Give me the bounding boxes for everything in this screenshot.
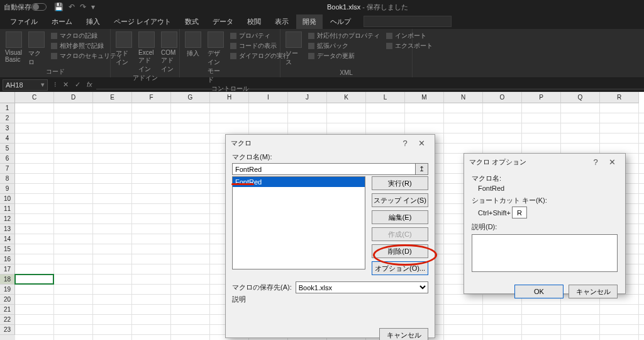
tab-help[interactable]: ヘルプ [324,14,357,29]
tab-home[interactable]: ホーム [45,14,79,29]
row-header[interactable]: 9 [0,184,15,194]
row-header[interactable]: 7 [0,164,15,174]
macro-dialog-titlebar[interactable]: マクロ ? ✕ [226,135,435,151]
com-addin-button[interactable]: COM アドイン [161,31,177,74]
row-header[interactable]: 21 [0,305,15,315]
macro-delete-button[interactable]: 削除(D) [372,244,428,258]
fbar-confirm-icon[interactable]: ✓ [75,81,80,89]
column-header[interactable]: H [210,92,249,103]
tab-view[interactable]: 表示 [269,14,295,29]
row-header[interactable]: 22 [0,315,15,325]
options-dialog-titlebar[interactable]: マクロ オプション ? ✕ [464,154,625,170]
row-header[interactable]: 11 [0,204,15,214]
xml-expansion-button[interactable]: 拡張パック [308,42,380,50]
column-header[interactable]: N [444,92,483,103]
macro-run-button[interactable]: 実行(R) [372,176,428,190]
macro-list-item[interactable]: FontRed [233,177,365,187]
qat-dropdown-icon[interactable]: ▾ [91,3,95,11]
column-header[interactable]: J [288,92,327,103]
row-header[interactable]: 17 [0,264,15,275]
com-addin-icon [161,31,177,48]
insert-control-button[interactable]: 挿入 [185,31,201,58]
tellme-search[interactable] [364,16,452,27]
row-header[interactable]: 3 [0,123,15,133]
visual-basic-button[interactable]: Visual Basic [5,31,22,63]
options-cancel-button[interactable]: キャンセル [569,285,618,298]
macro-step-button[interactable]: ステップ イン(S) [372,193,428,207]
macro-dialog-help-icon[interactable]: ? [397,139,413,148]
macro-store-select[interactable]: Book1.xlsx [296,281,428,293]
row-header[interactable]: 20 [0,295,15,305]
name-box[interactable]: AH18▾ [3,79,48,91]
row-header[interactable]: 4 [0,133,15,144]
column-header[interactable]: P [522,92,561,103]
macros-button[interactable]: マクロ [28,31,45,67]
macro-name-ref-button[interactable]: ↥ [416,163,428,175]
macro-dialog-close-icon[interactable]: ✕ [413,139,430,148]
macro-cancel-button[interactable]: キャンセル [379,328,428,340]
macro-listbox[interactable]: FontRed [232,176,365,269]
row-header[interactable]: 12 [0,214,15,224]
redo-icon[interactable]: ↷ [80,3,86,11]
row-header[interactable]: 23 [0,325,15,335]
undo-icon[interactable]: ↶ [69,3,75,11]
column-header[interactable]: R [600,92,639,103]
tab-developer[interactable]: 開発 [296,14,323,29]
options-dialog-close-icon[interactable]: ✕ [604,157,620,167]
macro-options-button[interactable]: オプション(O)... [372,261,428,275]
row-header[interactable]: 8 [0,174,15,184]
row-header[interactable]: 18 [0,275,15,285]
tab-formulas[interactable]: 数式 [179,14,205,29]
column-header[interactable]: L [366,92,405,103]
column-header[interactable]: C [15,92,54,103]
column-header[interactable]: O [483,92,522,103]
row-header[interactable]: 14 [0,234,15,244]
row-header[interactable]: 6 [0,154,15,164]
options-shortcut-input[interactable] [512,207,527,218]
column-header[interactable]: M [405,92,444,103]
options-ok-button[interactable]: OK [514,285,564,298]
xml-import-button[interactable]: インポート [386,31,433,40]
save-icon[interactable]: 💾 [54,3,64,11]
selected-cell[interactable] [15,275,53,284]
row-header[interactable]: 5 [0,144,15,154]
fbar-cancel-icon[interactable]: ✕ [63,81,69,89]
xml-source-button[interactable]: ソース [286,31,302,67]
select-all-corner[interactable] [0,92,15,103]
tab-data[interactable]: データ [206,14,240,29]
xml-export-button[interactable]: エクスポート [386,42,433,50]
row-header[interactable]: 2 [0,113,15,123]
column-header[interactable]: I [249,92,288,103]
macro-name-input[interactable] [232,163,416,175]
formula-input[interactable] [96,81,644,89]
column-header[interactable]: G [171,92,210,103]
xml-map-props-button[interactable]: 対応付けのプロパティ [308,31,380,40]
options-desc-textarea[interactable] [472,234,618,272]
column-header[interactable]: Q [561,92,600,103]
run-dialog-icon [230,53,236,59]
tab-insert[interactable]: 挿入 [80,14,106,29]
row-header[interactable]: 1 [0,103,15,113]
excel-addin-button[interactable]: Excel アドイン [138,31,155,74]
row-header[interactable]: 16 [0,254,15,264]
row-header[interactable]: 13 [0,224,15,234]
column-header[interactable]: E [93,92,132,103]
addin-button[interactable]: アドイン [116,31,132,67]
tab-review[interactable]: 校閲 [241,14,267,29]
column-header[interactable]: K [327,92,366,103]
row-header[interactable]: 10 [0,194,15,204]
tab-file[interactable]: ファイル [4,14,44,29]
fbar-fx-icon[interactable]: fx [87,81,92,89]
column-header[interactable]: F [132,92,171,103]
xml-refresh-button[interactable]: データの更新 [308,52,380,60]
macro-options-dialog: マクロ オプション ? ✕ マクロ名: FontRed ショートカット キー(K… [464,153,626,294]
row-header[interactable]: 19 [0,285,15,295]
options-dialog-help-icon[interactable]: ? [587,157,604,167]
macro-edit-button[interactable]: 編集(E) [372,210,428,224]
fbar-dots-icon[interactable]: ⁝ [54,81,57,89]
row-header[interactable]: 15 [0,244,15,254]
column-header[interactable]: D [54,92,93,103]
tab-page-layout[interactable]: ページ レイアウト [108,14,177,29]
autosave-toggle[interactable] [31,3,47,11]
design-mode-button[interactable]: デザイン モード [208,31,224,84]
